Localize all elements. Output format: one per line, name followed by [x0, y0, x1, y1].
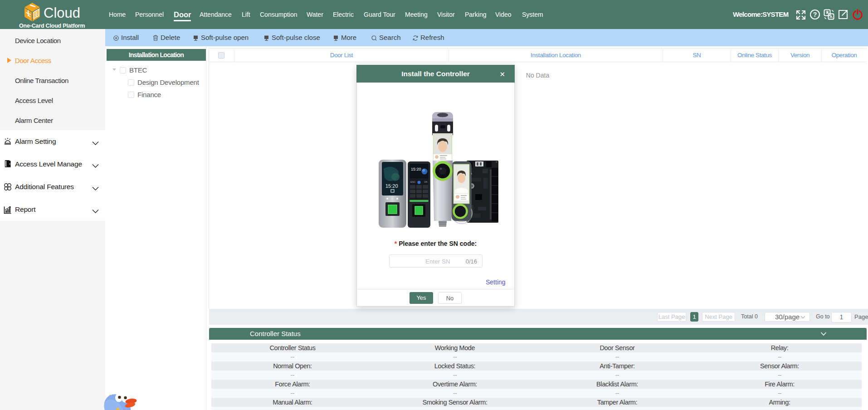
- svg-text:ESC: ESC: [410, 181, 415, 183]
- svg-text:15:20: 15:20: [411, 167, 421, 171]
- svg-text:?: ?: [813, 11, 817, 18]
- svg-text:OK: OK: [424, 181, 428, 183]
- svg-text:15:20: 15:20: [385, 183, 398, 189]
- svg-text:A: A: [829, 14, 833, 19]
